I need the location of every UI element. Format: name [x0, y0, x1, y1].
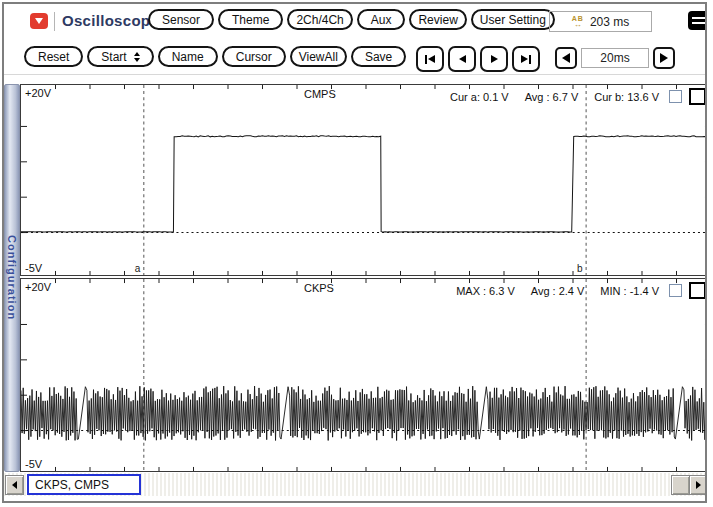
cursor-button[interactable]: Cursor [222, 46, 286, 67]
channel-color-button[interactable] [689, 88, 706, 105]
top-toolbar-buttons: Sensor Theme 2Ch/4Ch Aux Review User Set… [148, 9, 555, 30]
review-button[interactable]: Review [409, 9, 466, 30]
scrollbar-thumb[interactable] [671, 475, 690, 495]
cursor-time-display: AB ↔ 203 ms [549, 11, 652, 32]
scroll-left-button[interactable] [5, 475, 24, 495]
channel-selection-box[interactable]: CKPS, CMPS [27, 474, 141, 495]
top-toolbar: Oscilloscope Sensor Theme 2Ch/4Ch Aux Re… [4, 8, 705, 40]
name-button[interactable]: Name [158, 46, 218, 67]
transport-controls [416, 46, 540, 72]
app-icon[interactable] [30, 13, 48, 29]
start-button[interactable]: Start [87, 46, 153, 67]
menu-icon[interactable] [688, 11, 707, 30]
timebase-decrease-button[interactable] [555, 47, 577, 69]
theme-button[interactable]: Theme [218, 9, 283, 30]
top-voltage-label: +20V [25, 281, 51, 293]
configuration-side-tab[interactable]: Configuration [4, 84, 20, 472]
bottom-voltage-label: -5V [25, 262, 42, 274]
timebase-value: 20ms [581, 48, 649, 68]
ab-measure-icon: AB ↔ [572, 16, 584, 28]
save-button[interactable]: Save [351, 46, 406, 67]
oscilloscope-window: Oscilloscope Sensor Theme 2Ch/4Ch Aux Re… [2, 2, 707, 503]
title-separator [54, 12, 55, 31]
scroll-right-button[interactable] [689, 475, 707, 495]
top-voltage-label: +20V [25, 87, 51, 99]
sensor-button[interactable]: Sensor [148, 9, 214, 30]
aux-button[interactable]: Aux [357, 9, 406, 30]
bottom-voltage-label: -5V [25, 458, 42, 470]
user-setting-button[interactable]: User Setting [471, 9, 555, 30]
configuration-label: Configuration [6, 235, 18, 320]
dropdown-triangle-icon [35, 18, 43, 24]
timebase-increase-button[interactable] [653, 47, 675, 69]
scope-panel-ckps: +20V CKPS MAX :6.3 V Avg :2.4 V MIN :-1.… [20, 278, 707, 472]
svg-text:a: a [135, 263, 141, 274]
svg-text:b: b [577, 263, 583, 274]
status-scrollbar: CKPS, CMPS [4, 473, 707, 496]
measurement-readout: MAX :6.3 V Avg :2.4 V MIN :-1.4 V [440, 282, 706, 299]
control-toolbar: Reset Start Name Cursor ViewAll Save 20m… [4, 44, 705, 75]
viewall-button[interactable]: ViewAll [290, 46, 347, 67]
up-down-arrows-icon [134, 52, 140, 62]
ckps-waveform [21, 279, 707, 471]
cmps-waveform: ab [21, 85, 707, 275]
panel-title-ckps: CKPS [304, 282, 334, 294]
skip-to-end-button[interactable] [512, 46, 540, 72]
cursor-time-value: 203 ms [590, 15, 629, 29]
channel-mode-button[interactable]: 2Ch/4Ch [287, 9, 352, 30]
channel-color-button[interactable] [689, 282, 706, 299]
step-forward-button[interactable] [480, 46, 508, 72]
control-toolbar-buttons: Reset Start Name Cursor ViewAll Save [24, 46, 406, 67]
skip-to-start-button[interactable] [416, 46, 444, 72]
step-back-button[interactable] [448, 46, 476, 72]
timebase-selector: 20ms [555, 47, 675, 69]
channel-checkbox[interactable] [669, 90, 682, 103]
channel-checkbox[interactable] [669, 284, 682, 297]
app-title: Oscilloscope [62, 12, 159, 29]
reset-button[interactable]: Reset [24, 46, 83, 67]
measurement-readout: Cur a:0.1 V Avg :6.7 V Cur b:13.6 V [434, 88, 706, 105]
panel-title-cmps: CMPS [304, 88, 336, 100]
scope-panel-cmps: ab +20V CMPS Cur a:0.1 V Avg :6.7 V Cur … [20, 84, 707, 276]
